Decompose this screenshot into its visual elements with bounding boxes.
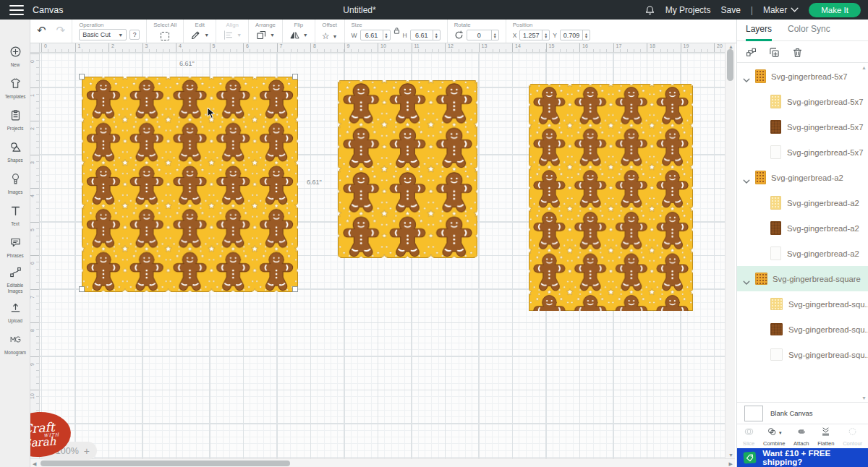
tab-color-sync[interactable]: Color Sync <box>788 20 830 41</box>
height-input-wrap: ▲▼ <box>410 30 441 40</box>
combine-button[interactable]: ▾Combine <box>763 427 785 447</box>
chevron-down-icon[interactable] <box>743 73 750 80</box>
sidebar-item-label: Editable Images <box>1 283 29 294</box>
vertical-scroll-thumb[interactable] <box>727 49 733 81</box>
sidebar-item-text[interactable]: Text <box>0 205 30 227</box>
height-stepper[interactable]: ▲▼ <box>433 30 440 40</box>
selection-handle-top-left[interactable] <box>79 74 85 80</box>
canvas-vertical-scrollbar[interactable]: ▲ ▼ <box>725 43 735 458</box>
undo-icon[interactable]: ↶ <box>37 25 46 35</box>
images-icon <box>9 173 22 188</box>
edit-menu[interactable]: ▼ <box>190 30 209 40</box>
operation-help-button[interactable]: ? <box>129 30 140 40</box>
gingerbread-mat-a2[interactable] <box>529 84 693 311</box>
lock-aspect-icon[interactable] <box>393 27 400 35</box>
arrange-menu[interactable]: ▼ <box>256 30 275 40</box>
scroll-left-icon[interactable]: ◀ <box>33 461 36 466</box>
editable-images-icon <box>9 266 22 281</box>
layer-actions-bar: Slice▾CombineAttachFlattenContour <box>737 424 868 448</box>
layer-group-Svg-gingerbread-5x7[interactable]: Svg-gingerbread-5x7 <box>737 64 868 89</box>
attach-icon <box>796 427 807 440</box>
layers-scroll-down-icon[interactable]: ▼ <box>861 395 867 400</box>
sidebar-item-upload[interactable]: Upload <box>0 301 30 324</box>
delete-trash-icon[interactable] <box>792 47 803 58</box>
templates-icon <box>9 77 22 93</box>
ruler-tick: 18 <box>647 43 681 53</box>
canvas-horizontal-scrollbar[interactable]: ◀ ▶ <box>30 458 735 467</box>
cricut-design-space-app: Canvas Untitled* My Projects Save | Make… <box>0 0 868 467</box>
selection-handle-top-right[interactable] <box>292 74 298 80</box>
attach-button[interactable]: Attach <box>793 427 809 447</box>
machine-selector[interactable]: Maker <box>763 5 799 15</box>
layer-item[interactable]: Svg-gingerbread-5x7 <box>737 89 868 114</box>
scroll-down-icon[interactable]: ▼ <box>728 453 733 458</box>
rotate-input[interactable] <box>467 30 491 40</box>
chevron-down-icon[interactable] <box>743 275 750 283</box>
offset-star-icon: ☆ <box>322 33 330 40</box>
layer-thumbnail-white <box>770 145 781 159</box>
sidebar-item-templates[interactable]: Templates <box>0 77 30 100</box>
notifications-bell-icon[interactable] <box>644 4 655 16</box>
offset-menu[interactable]: ☆ ▼ <box>322 33 338 40</box>
sidebar-item-label: New <box>11 62 20 68</box>
ruler-tick: 9 <box>344 43 378 53</box>
promo-banner[interactable]: Want £10 + FREE shipping? <box>737 448 868 467</box>
duplicate-icon[interactable] <box>769 47 780 58</box>
sidebar-item-label: Text <box>11 221 20 227</box>
position-y-stepper[interactable]: ▲▼ <box>582 30 590 40</box>
sidebar-item-images[interactable]: Images <box>0 173 30 195</box>
position-x-stepper[interactable]: ▲▼ <box>542 30 549 40</box>
scroll-up-icon[interactable]: ▲ <box>728 44 733 49</box>
zoom-in-button[interactable]: + <box>84 445 90 457</box>
scroll-right-icon[interactable]: ▶ <box>729 461 733 466</box>
sidebar-item-monogram[interactable]: Monogram <box>0 333 30 356</box>
redo-icon[interactable]: ↷ <box>56 25 66 35</box>
ruler-tick: 20 <box>714 43 725 53</box>
flatten-button[interactable]: Flatten <box>817 427 834 447</box>
layer-item[interactable]: Svg-gingerbread-a2 <box>737 241 868 266</box>
select-all-icon[interactable] <box>161 32 169 40</box>
make-it-button[interactable]: Make It <box>809 3 861 17</box>
menu-icon[interactable] <box>9 5 24 15</box>
layer-item[interactable]: Svg-gingerbread-5x7 <box>737 114 868 140</box>
layer-item[interactable]: Svg-gingerbread-squ... <box>737 342 868 367</box>
layer-item[interactable]: Svg-gingerbread-squ... <box>737 317 868 342</box>
ruler-tick: 6 <box>30 255 40 289</box>
rotate-stepper[interactable]: ▲▼ <box>491 30 498 40</box>
layer-item[interactable]: Svg-gingerbread-a2 <box>737 215 868 241</box>
operation-select[interactable]: Basic Cut▼ <box>79 29 127 40</box>
layer-group-Svg-gingerbread-square[interactable]: Svg-gingerbread-square <box>737 266 868 291</box>
sidebar-item-projects[interactable]: Projects <box>0 109 30 132</box>
sidebar-item-new[interactable]: New <box>0 46 30 68</box>
height-input[interactable] <box>411 30 433 40</box>
sidebar-item-phrases[interactable]: Phrases <box>0 236 30 259</box>
horizontal-scroll-thumb[interactable] <box>41 460 290 466</box>
align-menu[interactable]: ▼ <box>223 30 242 40</box>
blank-canvas-row[interactable]: Blank Canvas <box>737 402 868 424</box>
width-input[interactable] <box>361 30 383 40</box>
selection-handle-bottom-left[interactable] <box>79 286 85 292</box>
blank-canvas-swatch[interactable] <box>744 406 763 421</box>
rotate-group: Rotate ▲▼ <box>447 20 506 43</box>
layer-item[interactable]: Svg-gingerbread-a2 <box>737 190 868 215</box>
group-layers-icon[interactable] <box>746 47 757 58</box>
layer-item[interactable]: Svg-gingerbread-squ... <box>737 291 868 317</box>
position-x-input[interactable] <box>520 30 542 40</box>
position-y-input[interactable] <box>561 30 582 40</box>
gingerbread-mat-5x7[interactable] <box>338 80 477 258</box>
layer-item[interactable]: Svg-gingerbread-5x7 <box>737 140 868 165</box>
gingerbread-mat-square[interactable] <box>82 77 298 292</box>
selection-handle-bottom-right[interactable] <box>292 286 298 292</box>
flip-menu[interactable]: ▼ <box>289 30 308 40</box>
sidebar-item-editable-images[interactable]: Editable Images <box>0 266 30 294</box>
tab-layers[interactable]: Layers <box>746 20 772 41</box>
arrange-label: Arrange <box>255 22 276 28</box>
sidebar-item-shapes[interactable]: Shapes <box>0 141 30 163</box>
save-link[interactable]: Save <box>720 5 740 15</box>
rotate-icon[interactable] <box>454 30 464 40</box>
layer-group-Svg-gingerbread-a2[interactable]: Svg-gingerbread-a2 <box>737 165 868 190</box>
my-projects-link[interactable]: My Projects <box>665 5 711 15</box>
width-stepper[interactable]: ▲▼ <box>383 30 390 40</box>
chevron-down-icon[interactable] <box>743 174 750 181</box>
chevron-down-icon <box>791 7 799 12</box>
